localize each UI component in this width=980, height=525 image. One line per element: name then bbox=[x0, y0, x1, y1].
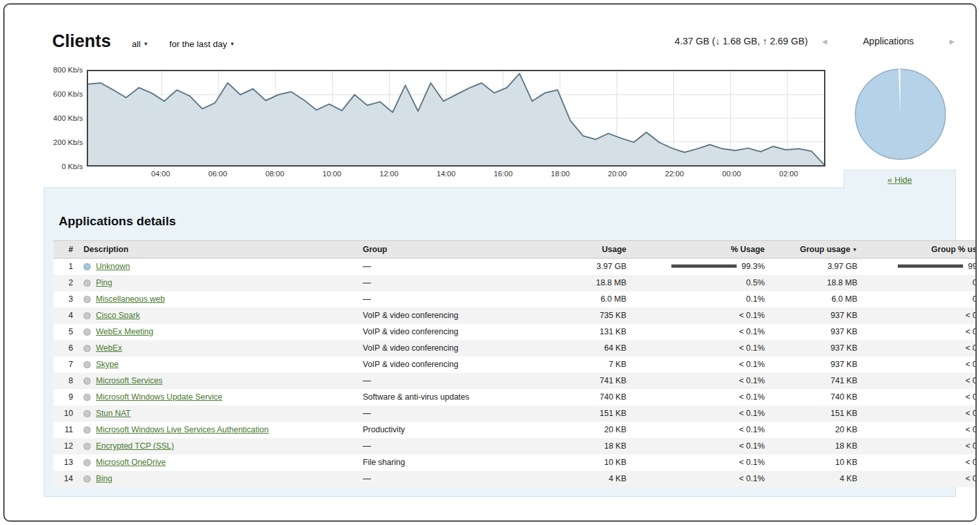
app-group: — bbox=[358, 259, 552, 276]
group-usage-percent: 99.3% bbox=[863, 259, 977, 276]
app-color-dot-icon bbox=[84, 426, 91, 434]
app-description-link[interactable]: Microsoft Windows Live Services Authenti… bbox=[96, 425, 269, 434]
group-percent-text: < 0.1% bbox=[966, 458, 977, 467]
column-header[interactable]: Usage bbox=[552, 241, 632, 259]
group-usage-percent: < 0.1% bbox=[863, 324, 977, 340]
app-description-link[interactable]: Cisco Spark bbox=[96, 311, 140, 320]
app-color-dot-icon bbox=[84, 312, 91, 319]
app-usage-percent: < 0.1% bbox=[632, 357, 770, 373]
table-row: 10 Stun NAT — 151 KB < 0.1% 151 KB < 0.1… bbox=[54, 406, 977, 422]
usage-percent-text: < 0.1% bbox=[739, 311, 765, 320]
side-column bbox=[825, 70, 975, 182]
app-usage: 740 KB bbox=[552, 389, 632, 406]
app-group: File sharing bbox=[358, 454, 552, 471]
hide-link[interactable]: « Hide bbox=[887, 175, 912, 185]
app-description-link[interactable]: Microsoft Windows Update Service bbox=[96, 392, 222, 402]
column-header[interactable]: Group % usage bbox=[863, 241, 977, 259]
app-group: — bbox=[358, 275, 552, 291]
carousel-next-icon[interactable]: ▶ bbox=[945, 35, 958, 48]
x-tick-label: 20:00 bbox=[608, 170, 627, 178]
app-group: Productivity bbox=[358, 422, 552, 438]
group-usage: 10 KB bbox=[770, 454, 863, 471]
app-usage-percent: < 0.1% bbox=[632, 454, 770, 471]
usage-percent-text: < 0.1% bbox=[739, 425, 765, 434]
app-usage: 18 KB bbox=[552, 438, 632, 454]
x-tick-label: 14:00 bbox=[436, 170, 455, 178]
app-description-link[interactable]: Microsoft OneDrive bbox=[96, 458, 166, 467]
app-description-link[interactable]: Ping bbox=[96, 278, 112, 287]
app-usage: 6.0 MB bbox=[552, 291, 632, 308]
app-description-link[interactable]: Bing bbox=[96, 474, 112, 483]
app-description-link[interactable]: WebEx Meeting bbox=[96, 327, 153, 336]
client-scope-dropdown[interactable]: all▼ bbox=[132, 39, 148, 49]
table-row: 3 Miscellaneous web — 6.0 MB 0.1% 6.0 MB… bbox=[54, 291, 977, 308]
group-percent-text: < 0.1% bbox=[966, 474, 977, 483]
app-color-dot-icon bbox=[84, 263, 91, 270]
group-usage-percent: < 0.1% bbox=[863, 471, 977, 487]
app-usage: 3.97 GB bbox=[552, 259, 632, 276]
app-usage: 64 KB bbox=[552, 340, 632, 357]
group-usage: 937 KB bbox=[770, 357, 863, 373]
page-frame: Clients all▼ for the last day▼ 4.37 GB (… bbox=[3, 3, 977, 522]
app-color-dot-icon bbox=[84, 443, 91, 450]
group-usage-percent: < 0.1% bbox=[863, 454, 977, 471]
app-usage: 735 KB bbox=[552, 308, 632, 324]
column-header[interactable]: % Usage bbox=[632, 241, 770, 259]
table-row: 2 Ping — 18.8 MB 0.5% 18.8 MB 0.5% bbox=[54, 275, 977, 291]
app-group: — bbox=[358, 406, 552, 422]
app-usage-percent: < 0.1% bbox=[632, 340, 770, 357]
total-usage-summary: 4.37 GB (↓ 1.68 GB, ↑ 2.69 GB) bbox=[675, 36, 808, 46]
usage-percent-text: < 0.1% bbox=[739, 474, 765, 483]
app-group: VoIP & video conferencing bbox=[358, 308, 552, 324]
column-header[interactable]: Group bbox=[358, 241, 552, 259]
group-percent-text: < 0.1% bbox=[966, 327, 977, 336]
time-period-dropdown[interactable]: for the last day▼ bbox=[169, 39, 234, 49]
x-tick-label: 00:00 bbox=[722, 170, 741, 178]
column-header[interactable]: Group usage▼ bbox=[770, 241, 863, 259]
plot-column: 04:0006:0008:0010:0012:0014:0016:0018:00… bbox=[87, 70, 825, 182]
x-axis-labels: 04:0006:0008:0010:0012:0014:0016:0018:00… bbox=[87, 168, 825, 182]
y-tick-label: 200 Kb/s bbox=[54, 138, 83, 146]
group-percent-text: < 0.1% bbox=[966, 343, 977, 353]
row-number: 1 bbox=[54, 259, 78, 276]
app-description-link[interactable]: Microsoft Services bbox=[96, 376, 162, 385]
app-description-link[interactable]: Miscellaneous web bbox=[96, 294, 165, 304]
carousel-prev-icon[interactable]: ◀ bbox=[818, 35, 831, 48]
app-description-link[interactable]: WebEx bbox=[96, 343, 122, 353]
table-row: 8 Microsoft Services — 741 KB < 0.1% 741… bbox=[54, 373, 977, 389]
x-tick-label: 12:00 bbox=[380, 170, 399, 178]
time-period-dropdown-label: for the last day bbox=[169, 39, 227, 49]
column-header[interactable]: Description bbox=[78, 241, 358, 259]
y-axis-labels: 800 Kb/s600 Kb/s400 Kb/s200 Kb/s0 Kb/s bbox=[49, 70, 87, 167]
applications-pie-chart bbox=[851, 65, 950, 167]
app-description-link[interactable]: Stun NAT bbox=[96, 409, 130, 418]
row-number: 12 bbox=[54, 438, 78, 454]
app-color-dot-icon bbox=[84, 328, 91, 336]
y-tick-label: 600 Kb/s bbox=[54, 90, 83, 98]
app-group: VoIP & video conferencing bbox=[358, 357, 552, 373]
group-percent-text: < 0.1% bbox=[966, 441, 977, 451]
app-description-link[interactable]: Skype bbox=[96, 360, 119, 369]
app-usage-percent: < 0.1% bbox=[632, 373, 770, 389]
group-percent-text: 0.1% bbox=[973, 294, 977, 304]
group-usage-percent: < 0.1% bbox=[863, 357, 977, 373]
group-usage-percent: < 0.1% bbox=[863, 406, 977, 422]
app-color-dot-icon bbox=[84, 279, 91, 287]
app-group: — bbox=[358, 438, 552, 454]
usage-percent-text: < 0.1% bbox=[739, 409, 765, 418]
app-color-dot-icon bbox=[84, 377, 91, 385]
table-row: 6 WebEx VoIP & video conferencing 64 KB … bbox=[54, 340, 977, 357]
app-usage-percent: < 0.1% bbox=[632, 422, 770, 438]
group-percent-text: < 0.1% bbox=[966, 376, 977, 385]
app-description-link[interactable]: Unknown bbox=[96, 262, 130, 271]
usage-percent-text: < 0.1% bbox=[739, 376, 765, 385]
app-color-dot-icon bbox=[84, 296, 91, 303]
app-description-link[interactable]: Encrypted TCP (SSL) bbox=[96, 441, 174, 451]
table-row: 4 Cisco Spark VoIP & video conferencing … bbox=[54, 308, 977, 324]
app-group: — bbox=[358, 471, 552, 487]
column-header[interactable]: # bbox=[54, 241, 78, 259]
app-usage: 18.8 MB bbox=[552, 275, 632, 291]
table-row: 5 WebEx Meeting VoIP & video conferencin… bbox=[54, 324, 977, 340]
table-row: 9 Microsoft Windows Update Service Softw… bbox=[54, 389, 977, 406]
table-row: 12 Encrypted TCP (SSL) — 18 KB < 0.1% 18… bbox=[54, 438, 977, 454]
